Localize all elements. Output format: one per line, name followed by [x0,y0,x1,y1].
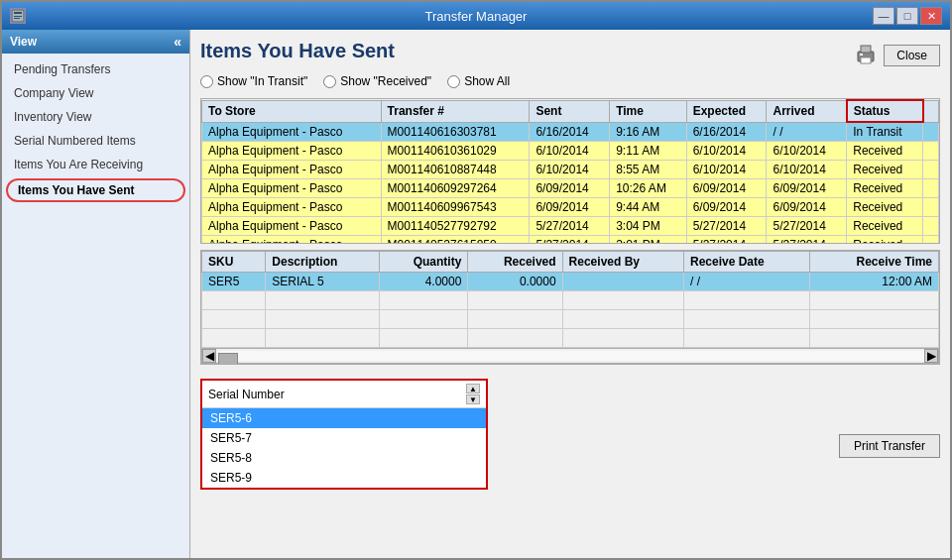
serial-panel-title: Serial Number [208,388,285,401]
sidebar-item-inventory[interactable]: Inventory View [2,105,189,129]
scroll-track [216,351,924,361]
transfer-row[interactable]: Alpha Equipment - Pasco M001140527615859… [202,236,939,244]
sidebar-item-receiving[interactable]: Items You Are Receiving [2,153,189,176]
window-title: Transfer Manager [2,9,950,24]
cell-arrived: 6/09/2014 [767,198,847,217]
transfer-row[interactable]: Alpha Equipment - Pasco M001140616303781… [202,122,939,142]
scroll-left-btn[interactable]: ◀ [202,349,216,363]
filter-received-radio[interactable] [323,75,336,88]
cell-transfer: M001140610887448 [381,161,530,179]
sidebar-header: View « [2,30,189,54]
cell-transfer: M001140609967543 [381,198,530,217]
cell-status: Received [847,179,923,198]
dcell-received-by [562,273,683,291]
transfer-row[interactable]: Alpha Equipment - Pasco M001140609297264… [202,179,939,198]
header-area: Items You Have Sent Close [200,40,940,70]
dcell-receive-time: 12:00 AM [810,273,939,291]
col-to-store: To Store [202,100,382,122]
cell-sent: 5/27/2014 [530,217,610,236]
svg-rect-3 [14,18,20,19]
filter-show-all-radio[interactable] [447,75,460,88]
content-area: Items You Have Sent Close Show "In Trans… [190,30,950,558]
serial-item[interactable]: SER5-9 [202,468,486,488]
cell-scroll-space [923,217,939,236]
cell-arrived: 5/27/2014 [767,236,847,244]
transfer-row[interactable]: Alpha Equipment - Pasco M001140609967543… [202,198,939,217]
cell-arrived: / / [767,122,847,142]
cell-status: Received [847,236,923,244]
serial-scroll-down-btn[interactable]: ▼ [466,394,480,404]
scroll-thumb[interactable] [218,353,238,365]
cell-arrived: 6/09/2014 [767,179,847,198]
cell-scroll-space [923,236,939,244]
transfer-row[interactable]: Alpha Equipment - Pasco M001140527792792… [202,217,939,236]
minimize-button[interactable]: — [873,7,894,25]
print-transfer-button[interactable]: Print Transfer [839,434,940,458]
serial-item[interactable]: SER5-6 [202,408,486,428]
col-scroll [923,100,939,122]
serial-list: SER5-6SER5-7SER5-8SER5-9 [202,408,486,488]
dcol-received: Received [468,252,562,273]
filter-in-transit-radio[interactable] [200,75,213,88]
app-icon [10,8,26,24]
cell-arrived: 6/10/2014 [767,161,847,179]
cell-sent: 6/16/2014 [530,122,610,142]
cell-expected: 6/10/2014 [686,142,767,161]
serial-item[interactable]: SER5-8 [202,448,486,468]
cell-store: Alpha Equipment - Pasco [202,217,382,236]
transfers-table-header: To Store Transfer # Sent Time Expected A… [202,100,939,122]
dcol-receive-time: Receive Time [810,252,939,273]
svg-rect-6 [861,57,871,63]
cell-sent: 6/10/2014 [530,142,610,161]
horizontal-scrollbar[interactable]: ◀ ▶ [201,348,939,364]
filter-in-transit[interactable]: Show "In Transit" [200,74,307,88]
filter-received[interactable]: Show "Received" [323,74,431,88]
svg-rect-7 [860,54,863,56]
serial-scroll-up-btn[interactable]: ▲ [466,384,480,393]
detail-row-empty [202,329,939,348]
cell-sent: 5/27/2014 [530,236,610,244]
detail-table-header: SKU Description Quantity Received Receiv… [202,252,939,273]
cell-transfer: M001140616303781 [381,122,530,142]
col-time: Time [610,100,687,122]
cell-time: 3:04 PM [610,217,687,236]
sidebar-item-pending[interactable]: Pending Transfers [2,57,189,81]
sidebar-item-serial[interactable]: Serial Numbered Items [2,129,189,153]
svg-rect-5 [861,46,871,53]
cell-time: 9:44 AM [610,198,687,217]
dcol-qty: Quantity [379,252,467,273]
sidebar-item-sent[interactable]: Items You Have Sent [6,178,185,202]
cell-status: Received [847,161,923,179]
cell-status: In Transit [847,122,923,142]
col-expected: Expected [686,100,767,122]
detail-row[interactable]: SER5 SERIAL 5 4.0000 0.0000 / / 12:00 AM [202,273,939,291]
title-bar-left [10,8,26,24]
printer-icon [854,44,878,67]
cell-transfer: M001140527792792 [381,217,530,236]
transfer-row[interactable]: Alpha Equipment - Pasco M001140610887448… [202,161,939,179]
cell-status: Received [847,217,923,236]
cell-time: 8:55 AM [610,161,687,179]
cell-status: Received [847,198,923,217]
cell-scroll-space [923,198,939,217]
svg-rect-1 [14,12,22,14]
serial-item[interactable]: SER5-7 [202,428,486,448]
transfers-table: To Store Transfer # Sent Time Expected A… [201,99,939,243]
cell-store: Alpha Equipment - Pasco [202,122,382,142]
dcol-receive-date: Receive Date [683,252,809,273]
sidebar-title: View [10,35,37,49]
scroll-right-btn[interactable]: ▶ [924,349,938,363]
transfer-row[interactable]: Alpha Equipment - Pasco M001140610361029… [202,142,939,161]
cell-sent: 6/09/2014 [530,179,610,198]
cell-store: Alpha Equipment - Pasco [202,161,382,179]
sidebar-collapse-icon[interactable]: « [174,34,181,50]
window-close-button[interactable]: ✕ [920,7,942,25]
sidebar-item-company[interactable]: Company View [2,81,189,105]
maximize-button[interactable]: □ [896,7,918,25]
transfers-table-wrapper: To Store Transfer # Sent Time Expected A… [201,99,939,243]
cell-scroll-space [923,179,939,198]
cell-transfer: M001140527615859 [381,236,530,244]
close-button[interactable]: Close [884,45,940,66]
filter-show-all[interactable]: Show All [447,74,510,88]
dcell-receive-date: / / [683,273,809,291]
